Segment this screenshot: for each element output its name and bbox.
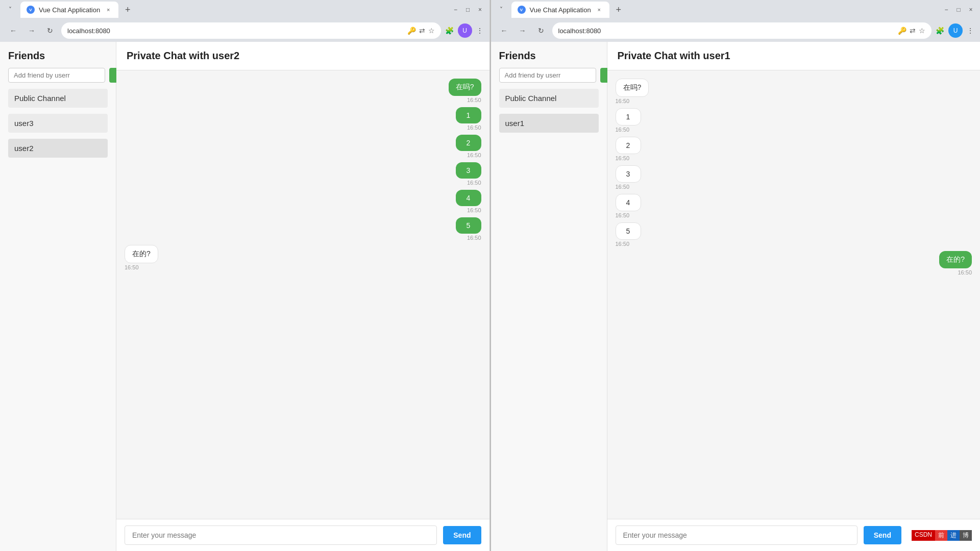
address-right-2: 🧩 U ⋮ — [936, 23, 974, 38]
csdn-watermark: CSDN 前 进 博 — [912, 530, 972, 541]
bubble-content-left-2-1: 在吗? — [616, 79, 649, 97]
chat-input-2[interactable] — [616, 525, 857, 545]
sidebar-item-user2-1[interactable]: user2 — [8, 139, 108, 158]
menu-icon-2[interactable]: ⋮ — [967, 27, 974, 35]
add-friend-input-1[interactable] — [8, 68, 105, 83]
add-friend-input-2[interactable] — [499, 68, 596, 83]
bubble-content-5: 4 — [456, 190, 481, 206]
extension-icon-2[interactable]: 🧩 — [936, 27, 944, 35]
bubble-time-left-2-5: 16:50 — [616, 212, 630, 218]
url-bar-2[interactable]: localhost:8080 🔑 ⇄ ☆ — [552, 22, 932, 39]
new-tab-btn-2[interactable]: + — [611, 3, 626, 17]
tab-bar-1: ˅ V Vue Chat Application × + − □ × — [0, 0, 489, 19]
back-btn-1[interactable]: ← — [6, 23, 20, 38]
close-btn-2[interactable]: × — [966, 5, 976, 15]
tab-close-1[interactable]: × — [104, 6, 112, 14]
add-friend-row-2: Add — [499, 68, 599, 83]
sidebar-title-1: Friends — [8, 50, 108, 62]
bubble-content-6: 5 — [456, 217, 481, 234]
bookmark-icon-1[interactable]: ☆ — [428, 27, 435, 35]
message-bubble-left-2-6: 5 16:50 — [616, 222, 641, 247]
url-icons-2: 🔑 ⇄ ☆ — [898, 27, 925, 35]
browser-window-1: ˅ V Vue Chat Application × + − □ × ← → ↻… — [0, 0, 490, 551]
address-bar-2: ← → ↻ localhost:8080 🔑 ⇄ ☆ 🧩 U ⋮ — [491, 19, 981, 42]
tab-left-controls-2: ˅ — [495, 4, 507, 16]
bubble-content-left-2-5: 4 — [616, 194, 641, 211]
maximize-btn-2[interactable]: □ — [953, 5, 964, 15]
message-bubble-left-2-4: 3 16:50 — [616, 165, 641, 190]
refresh-btn-2[interactable]: ↻ — [534, 23, 548, 38]
tab-2[interactable]: V Vue Chat Application × — [511, 2, 609, 18]
tab-favicon-1: V — [27, 6, 35, 14]
bubble-time-4: 16:50 — [467, 180, 481, 186]
chat-input-bar-1: Send — [116, 519, 489, 551]
message-bubble-right-3: 2 16:50 — [456, 135, 481, 158]
sidebar-item-user3-1[interactable]: user3 — [8, 114, 108, 133]
new-tab-btn-1[interactable]: + — [120, 3, 135, 17]
message-bubble-right-5: 4 16:50 — [456, 190, 481, 213]
bubble-time-left-2-1: 16:50 — [616, 98, 630, 104]
bubble-content-left-2-3: 2 — [616, 137, 641, 154]
profile-icon-1[interactable]: U — [458, 23, 472, 38]
chat-area-2: Private Chat with user1 在吗? 16:50 1 16:5… — [607, 42, 981, 551]
maximize-btn-1[interactable]: □ — [463, 5, 473, 15]
message-bubble-right-6: 5 16:50 — [456, 217, 481, 241]
csdn-text: CSDN — [912, 530, 935, 541]
bubble-content-3: 2 — [456, 135, 481, 151]
bo-text: 博 — [960, 530, 972, 541]
message-bubble-right-2: 1 16:50 — [456, 107, 481, 131]
minimize-btn-1[interactable]: − — [451, 5, 461, 15]
sidebar-1: Friends Add Public Channel user3 user2 — [0, 42, 116, 551]
profile-icon-2[interactable]: U — [948, 23, 963, 38]
bubble-content-right-2-1: 在的? — [939, 251, 972, 268]
extension-icon-1[interactable]: 🧩 — [445, 27, 454, 35]
translate-icon-1: ⇄ — [419, 27, 425, 35]
jin-text: 进 — [947, 530, 960, 541]
message-bubble-left-2-2: 1 16:50 — [616, 108, 641, 133]
lock-icon-2: 🔑 — [898, 27, 906, 35]
tab-history-arrow-2[interactable]: ˅ — [495, 4, 507, 16]
bubble-content-left-1: 在的? — [125, 245, 158, 263]
chat-input-1[interactable] — [125, 525, 437, 545]
back-btn-2[interactable]: ← — [497, 23, 511, 38]
bubble-time-1: 16:50 — [467, 97, 481, 103]
menu-icon-1[interactable]: ⋮ — [476, 27, 483, 35]
refresh-btn-1[interactable]: ↻ — [43, 23, 57, 38]
message-bubble-right-2-1: 在的? 16:50 — [939, 251, 972, 276]
chat-area-1: Private Chat with user2 在吗? 16:50 1 16:5… — [116, 42, 489, 551]
sidebar-item-user1-2[interactable]: user1 — [499, 114, 599, 133]
bubble-content-left-2-4: 3 — [616, 165, 641, 183]
forward-btn-2[interactable]: → — [516, 23, 530, 38]
tab-title-1: Vue Chat Application — [39, 6, 100, 14]
url-text-1: localhost:8080 — [67, 27, 403, 35]
message-bubble-left-2-3: 2 16:50 — [616, 137, 641, 161]
send-btn-1[interactable]: Send — [443, 526, 481, 544]
bubble-time-left-1: 16:50 — [125, 264, 139, 270]
tab-1[interactable]: V Vue Chat Application × — [20, 2, 118, 18]
bookmark-icon-2[interactable]: ☆ — [919, 27, 925, 35]
sidebar-2: Friends Add Public Channel user1 — [491, 42, 607, 551]
close-btn-1[interactable]: × — [475, 5, 485, 15]
bubble-time-left-2-4: 16:50 — [616, 184, 630, 190]
sidebar-item-public-channel-2[interactable]: Public Channel — [499, 89, 599, 108]
tab-bar-2: ˅ V Vue Chat Application × + − □ × — [491, 0, 981, 19]
bubble-time-5: 16:50 — [467, 207, 481, 213]
bubble-content-4: 3 — [456, 162, 481, 179]
send-btn-2[interactable]: Send — [864, 526, 901, 544]
url-bar-1[interactable]: localhost:8080 🔑 ⇄ ☆ — [61, 22, 441, 39]
sidebar-item-public-channel-1[interactable]: Public Channel — [8, 89, 108, 108]
browser-window-2: ˅ V Vue Chat Application × + − □ × ← → ↻… — [491, 0, 981, 551]
address-right-1: 🧩 U ⋮ — [445, 23, 483, 38]
chat-input-bar-2: Send CSDN 前 进 博 — [607, 519, 981, 551]
minimize-btn-2[interactable]: − — [941, 5, 951, 15]
chat-header-1: Private Chat with user2 — [116, 42, 489, 70]
tab-title-2: Vue Chat Application — [530, 6, 591, 14]
app-content-2: Friends Add Public Channel user1 Private… — [491, 42, 981, 551]
tab-favicon-2: V — [518, 6, 526, 14]
bubble-time-left-2-2: 16:50 — [616, 127, 630, 133]
url-icons-1: 🔑 ⇄ ☆ — [407, 27, 435, 35]
tab-history-arrow-1[interactable]: ˅ — [4, 4, 16, 16]
tab-close-2[interactable]: × — [595, 6, 603, 14]
forward-btn-1[interactable]: → — [24, 23, 39, 38]
bubble-time-3: 16:50 — [467, 152, 481, 158]
